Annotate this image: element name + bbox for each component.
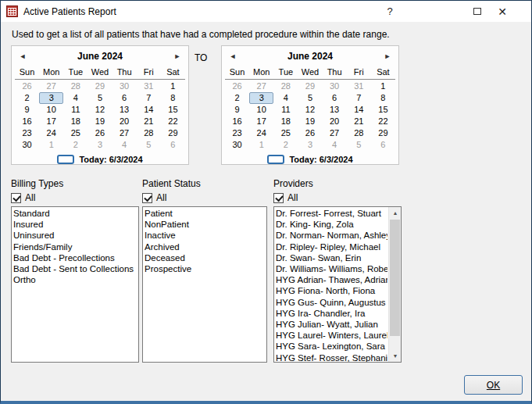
- calendar-day[interactable]: 29: [298, 80, 322, 92]
- calendar-day[interactable]: 1: [249, 139, 273, 151]
- calendar-day[interactable]: 27: [323, 127, 347, 139]
- list-item[interactable]: Bad Debt - Sent to Collections: [13, 263, 138, 274]
- calendar-day[interactable]: 4: [112, 139, 137, 151]
- scroll-down-icon[interactable]: ▼: [389, 350, 402, 362]
- list-item[interactable]: Friends/Family: [13, 241, 138, 252]
- list-item[interactable]: Dr. Norman- Norman, Ashley: [276, 230, 387, 241]
- calendar-day[interactable]: 17: [39, 116, 63, 127]
- next-month-icon[interactable]: ►: [377, 52, 398, 60]
- calendar-day[interactable]: 6: [371, 139, 395, 151]
- calendar-day[interactable]: 30: [323, 80, 347, 92]
- maximize-icon[interactable]: [468, 2, 487, 20]
- list-item[interactable]: HYG Julian- Wyatt, Julian: [276, 319, 387, 330]
- calendar-day[interactable]: 17: [249, 116, 273, 127]
- calendar-day[interactable]: 11: [273, 104, 298, 116]
- billing-types-all-checkbox[interactable]: [11, 193, 21, 203]
- list-item[interactable]: Dr. King- King, Zola: [276, 219, 387, 230]
- calendar-day[interactable]: 4: [273, 92, 298, 104]
- calendar-day[interactable]: 8: [371, 92, 395, 104]
- calendar-day[interactable]: 9: [15, 104, 39, 116]
- calendar-day[interactable]: 31: [347, 80, 371, 92]
- calendar-day[interactable]: 22: [371, 116, 395, 127]
- list-item[interactable]: HYG Laurel- Winters, Laurel: [276, 330, 387, 341]
- list-item[interactable]: Archived: [145, 241, 266, 252]
- providers-all-checkbox[interactable]: [273, 193, 284, 203]
- calendar-day[interactable]: 12: [298, 104, 322, 116]
- calendar-day[interactable]: 1: [39, 139, 63, 151]
- calendar-day[interactable]: 15: [371, 104, 395, 116]
- list-item[interactable]: HYG Stef- Rosser, Stephanie: [276, 352, 387, 363]
- calendar-day[interactable]: 20: [112, 116, 137, 127]
- calendar-day[interactable]: 18: [63, 116, 87, 127]
- list-item[interactable]: Patient: [145, 208, 266, 219]
- calendar-day[interactable]: 15: [161, 104, 185, 116]
- calendar-day[interactable]: 20: [323, 116, 347, 127]
- calendar-day[interactable]: 31: [137, 80, 161, 92]
- calendar-day[interactable]: 25: [273, 127, 298, 139]
- calendar-day[interactable]: 26: [15, 80, 39, 92]
- calendar-day[interactable]: 5: [87, 92, 112, 104]
- calendar-day[interactable]: 22: [161, 116, 185, 127]
- calendar-day[interactable]: 30: [225, 139, 249, 151]
- calendar-day[interactable]: 28: [347, 127, 371, 139]
- calendar-day[interactable]: 7: [347, 92, 371, 104]
- list-item[interactable]: Deceased: [145, 252, 266, 263]
- calendar-day[interactable]: 4: [323, 139, 347, 151]
- calendar-day[interactable]: 3: [87, 139, 112, 151]
- patient-status-all-checkbox[interactable]: [142, 193, 152, 203]
- list-item[interactable]: HYG Adrian- Thawes, Adrian: [276, 274, 387, 285]
- scrollbar-thumb[interactable]: [390, 220, 400, 336]
- calendar-day[interactable]: 24: [249, 127, 273, 139]
- calendar-day[interactable]: 30: [112, 80, 137, 92]
- calendar-day[interactable]: 21: [347, 116, 371, 127]
- calendar-day[interactable]: 19: [87, 116, 112, 127]
- calendar-day[interactable]: 13: [323, 104, 347, 116]
- calendar-day-selected[interactable]: 3: [249, 92, 273, 104]
- today-row[interactable]: Today: 6/3/2024: [222, 152, 398, 166]
- prev-month-icon[interactable]: ◄: [222, 52, 244, 60]
- list-item[interactable]: Dr. Forrest- Forrest, Stuart: [276, 208, 387, 219]
- calendar-day[interactable]: 9: [225, 104, 249, 116]
- calendar-day[interactable]: 26: [298, 127, 322, 139]
- prev-month-icon[interactable]: ◄: [12, 52, 34, 60]
- help-icon[interactable]: ?: [380, 2, 399, 20]
- calendar-day[interactable]: 24: [39, 127, 63, 139]
- calendar-day[interactable]: 26: [225, 80, 249, 92]
- list-item[interactable]: Dr. Swan- Swan, Erin: [276, 252, 387, 263]
- calendar-day[interactable]: 27: [39, 80, 63, 92]
- calendar-day[interactable]: 2: [273, 139, 298, 151]
- list-item[interactable]: HYG Ira- Chandler, Ira: [276, 308, 387, 319]
- calendar-day[interactable]: 6: [161, 139, 185, 151]
- calendar-day[interactable]: 10: [39, 104, 63, 116]
- list-item[interactable]: NonPatient: [145, 219, 266, 230]
- calendar-day[interactable]: 6: [323, 92, 347, 104]
- list-item[interactable]: Inactive: [145, 230, 266, 241]
- calendar-day[interactable]: 29: [371, 127, 395, 139]
- calendar-day[interactable]: 14: [137, 104, 161, 116]
- calendar-day[interactable]: 1: [371, 80, 395, 92]
- ok-button[interactable]: OK: [464, 375, 523, 395]
- list-item[interactable]: Bad Debt - Precollections: [13, 252, 138, 263]
- list-item[interactable]: HYG Fiona- North, Fiona: [276, 285, 387, 296]
- list-item[interactable]: Dr. Williams- Williams, Robe: [276, 263, 387, 274]
- list-item[interactable]: HYG Sara- Lexington, Sara: [276, 341, 387, 352]
- calendar-day[interactable]: 29: [87, 80, 112, 92]
- calendar-day[interactable]: 7: [137, 92, 161, 104]
- calendar-day[interactable]: 5: [298, 92, 322, 104]
- calendar-day[interactable]: 26: [87, 127, 112, 139]
- calendar-day[interactable]: 21: [137, 116, 161, 127]
- calendar-day[interactable]: 2: [225, 92, 249, 104]
- calendar-day[interactable]: 14: [347, 104, 371, 116]
- calendar-day[interactable]: 29: [161, 127, 185, 139]
- list-item[interactable]: Dr. Ripley- Ripley, Michael: [276, 241, 387, 252]
- calendar-day[interactable]: 11: [63, 104, 87, 116]
- calendar-day[interactable]: 12: [87, 104, 112, 116]
- providers-scrollbar[interactable]: ▲ ▼: [388, 207, 401, 362]
- close-icon[interactable]: ✕: [493, 2, 512, 20]
- calendar-day[interactable]: 23: [225, 127, 249, 139]
- next-month-icon[interactable]: ►: [166, 52, 188, 60]
- calendar-day[interactable]: 10: [249, 104, 273, 116]
- list-item[interactable]: Ortho: [13, 274, 138, 285]
- today-row[interactable]: Today: 6/3/2024: [12, 152, 188, 166]
- calendar-day[interactable]: 27: [112, 127, 137, 139]
